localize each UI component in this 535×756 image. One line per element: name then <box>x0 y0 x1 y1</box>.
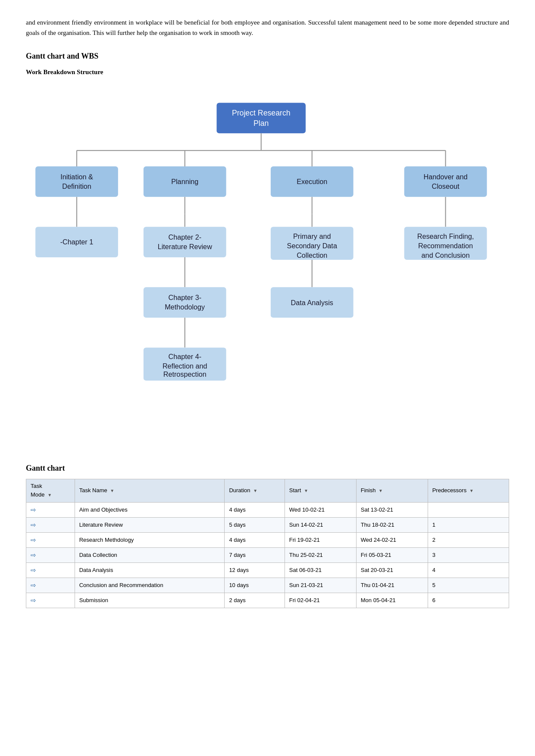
svg-text:Execution: Execution <box>297 178 327 185</box>
start-cell: Sun 14-02-21 <box>285 518 356 533</box>
task-mode-icon: ⇨ <box>31 597 36 604</box>
svg-text:Literature Review: Literature Review <box>158 243 212 250</box>
svg-text:Chapter 3-: Chapter 3- <box>168 294 201 301</box>
task-mode-icon: ⇨ <box>31 581 36 589</box>
task-mode-icon: ⇨ <box>31 566 36 574</box>
header-start[interactable]: Start ▼ <box>285 479 356 503</box>
predecessors-cell: 5 <box>428 578 509 593</box>
header-task-mode[interactable]: TaskMode ▼ <box>26 479 75 503</box>
duration-cell: 5 days <box>225 518 285 533</box>
task-mode-icon: ⇨ <box>31 521 36 528</box>
task-mode-icon: ⇨ <box>31 551 36 559</box>
duration-cell: 7 days <box>225 548 285 563</box>
header-task-name[interactable]: Task Name ▼ <box>75 479 225 503</box>
predecessors-cell <box>428 503 509 518</box>
svg-text:Data Analysis: Data Analysis <box>291 298 333 306</box>
finish-cell: Fri 05-03-21 <box>356 548 428 563</box>
svg-text:Planning: Planning <box>171 178 198 185</box>
start-cell: Fri 19-02-21 <box>285 533 356 548</box>
task-mode-cell: ⇨ <box>26 563 75 578</box>
task-mode-icon: ⇨ <box>31 536 36 544</box>
wbs-diagram: Project Research Plan Initiation & Defin… <box>26 86 509 458</box>
task-mode-cell: ⇨ <box>26 533 75 548</box>
task-mode-icon: ⇨ <box>31 506 36 513</box>
svg-rect-9 <box>35 166 118 197</box>
task-name-cell: Data Collection <box>75 548 225 563</box>
svg-text:Research Finding,: Research Finding, <box>417 232 474 240</box>
task-name-cell: Aim and Objectives <box>75 503 225 518</box>
svg-text:Initiation &: Initiation & <box>60 172 93 180</box>
task-name-cell: Research Methdology <box>75 533 225 548</box>
predecessors-cell: 3 <box>428 548 509 563</box>
task-mode-cell: ⇨ <box>26 578 75 593</box>
gantt-section: Gantt chart TaskMode ▼ Task Name ▼ Durat… <box>26 462 509 608</box>
finish-cell: Mon 05-04-21 <box>356 593 428 608</box>
predecessors-cell: 4 <box>428 563 509 578</box>
svg-rect-0 <box>217 103 306 133</box>
svg-text:Chapter 4-: Chapter 4- <box>168 353 201 360</box>
duration-cell: 10 days <box>225 578 285 593</box>
duration-cell: 4 days <box>225 533 285 548</box>
svg-text:Retrospection: Retrospection <box>163 370 206 378</box>
subsection-title: Work Breakdown Structure <box>26 67 509 77</box>
intro-paragraph: and environment friendly environment in … <box>26 17 509 38</box>
start-cell: Sun 21-03-21 <box>285 578 356 593</box>
table-row: ⇨ Literature Review 5 days Sun 14-02-21 … <box>26 518 509 533</box>
section-title: Gantt chart and WBS <box>26 50 509 62</box>
start-cell: Wed 10-02-21 <box>285 503 356 518</box>
start-cell: Fri 02-04-21 <box>285 593 356 608</box>
task-mode-cell: ⇨ <box>26 593 75 608</box>
task-mode-cell: ⇨ <box>26 548 75 563</box>
svg-text:Primary and: Primary and <box>293 232 331 240</box>
predecessors-cell: 2 <box>428 533 509 548</box>
svg-text:Methodology: Methodology <box>165 303 205 311</box>
gantt-title: Gantt chart <box>26 462 509 475</box>
svg-text:-Chapter 1: -Chapter 1 <box>60 238 94 246</box>
svg-text:Project Research: Project Research <box>232 109 291 117</box>
task-name-cell: Submission <box>75 593 225 608</box>
task-name-cell: Data Analysis <box>75 563 225 578</box>
header-predecessors[interactable]: Predecessors ▼ <box>428 479 509 503</box>
duration-cell: 2 days <box>225 593 285 608</box>
finish-cell: Wed 24-02-21 <box>356 533 428 548</box>
header-duration[interactable]: Duration ▼ <box>225 479 285 503</box>
finish-cell: Sat 13-02-21 <box>356 503 428 518</box>
svg-text:Reflection and: Reflection and <box>163 362 207 370</box>
svg-text:and Conclusion: and Conclusion <box>422 251 470 259</box>
table-row: ⇨ Data Collection 7 days Thu 25-02-21 Fr… <box>26 548 509 563</box>
table-row: ⇨ Conclusion and Recommendation 10 days … <box>26 578 509 593</box>
start-cell: Sat 06-03-21 <box>285 563 356 578</box>
svg-text:Secondary Data: Secondary Data <box>287 242 338 250</box>
start-cell: Thu 25-02-21 <box>285 548 356 563</box>
task-mode-cell: ⇨ <box>26 518 75 533</box>
finish-cell: Thu 01-04-21 <box>356 578 428 593</box>
svg-text:Handover and: Handover and <box>424 172 468 180</box>
predecessors-cell: 1 <box>428 518 509 533</box>
task-name-cell: Literature Review <box>75 518 225 533</box>
predecessors-cell: 6 <box>428 593 509 608</box>
header-finish[interactable]: Finish ▼ <box>356 479 428 503</box>
svg-text:Chapter 2-: Chapter 2- <box>168 233 201 241</box>
svg-rect-16 <box>404 166 487 197</box>
duration-cell: 12 days <box>225 563 285 578</box>
task-mode-cell: ⇨ <box>26 503 75 518</box>
task-name-cell: Conclusion and Recommendation <box>75 578 225 593</box>
svg-text:Plan: Plan <box>253 119 269 127</box>
svg-text:Definition: Definition <box>62 182 91 190</box>
finish-cell: Sat 20-03-21 <box>356 563 428 578</box>
svg-text:Collection: Collection <box>297 251 327 259</box>
svg-rect-25 <box>144 227 226 257</box>
wbs-svg: Project Research Plan Initiation & Defin… <box>26 90 509 446</box>
table-row: ⇨ Aim and Objectives 4 days Wed 10-02-21… <box>26 503 509 518</box>
table-row: ⇨ Data Analysis 12 days Sat 06-03-21 Sat… <box>26 563 509 578</box>
table-row: ⇨ Research Methdology 4 days Fri 19-02-2… <box>26 533 509 548</box>
duration-cell: 4 days <box>225 503 285 518</box>
svg-text:Recommendation: Recommendation <box>418 242 473 250</box>
table-row: ⇨ Submission 2 days Fri 02-04-21 Mon 05-… <box>26 593 509 608</box>
svg-text:Closeout: Closeout <box>432 182 460 190</box>
finish-cell: Thu 18-02-21 <box>356 518 428 533</box>
svg-rect-29 <box>144 287 226 318</box>
gantt-table: TaskMode ▼ Task Name ▼ Duration ▼ Start … <box>26 479 509 609</box>
